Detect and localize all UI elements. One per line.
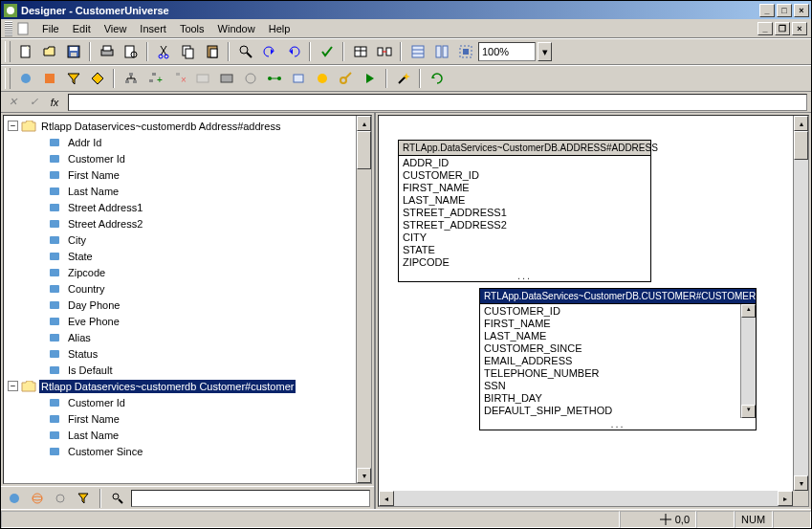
tree-item[interactable]: Street Address1	[6, 199, 369, 215]
mdi-minimize-button[interactable]: _	[757, 22, 773, 35]
paste-button[interactable]	[201, 41, 223, 62]
refresh-button[interactable]	[426, 68, 448, 89]
tab-filter-icon[interactable]	[74, 489, 93, 508]
redo-button[interactable]	[282, 41, 304, 62]
canvas-vscrollbar[interactable]: ▴ ▾	[793, 116, 808, 491]
maximize-button[interactable]: □	[777, 4, 792, 17]
erd-table-customer[interactable]: RTLApp.DataServices~CustomerDB.CUSTOMER#…	[479, 288, 757, 430]
canvas-hscrollbar[interactable]: ◂ ▸	[379, 491, 793, 506]
context-button[interactable]	[311, 68, 333, 89]
formula-confirm-icon[interactable]: ✓	[26, 96, 41, 108]
tree-group-address[interactable]: −Rtlapp Dataservices~customerdb Address#…	[6, 118, 369, 134]
hierarchy-add-button[interactable]: +	[143, 68, 165, 89]
scroll-left-icon[interactable]: ◂	[379, 491, 394, 506]
copy-button[interactable]	[177, 41, 199, 62]
tree-item[interactable]: Addr Id	[6, 134, 369, 150]
tree-item[interactable]: Alias	[6, 329, 369, 345]
tree-item[interactable]: Customer Since	[6, 443, 369, 459]
print-preview-button[interactable]	[120, 41, 142, 62]
save-button[interactable]	[62, 41, 84, 62]
menu-help[interactable]: Help	[262, 21, 297, 36]
filter-button[interactable]	[62, 68, 84, 89]
tree-item[interactable]: Day Phone	[6, 297, 369, 313]
tree-group-customer[interactable]: −Rtlapp Dataservices~customerdb Customer…	[6, 378, 369, 394]
link-button[interactable]	[373, 41, 395, 62]
tree-item[interactable]: Zipcode	[6, 264, 369, 280]
find-button[interactable]	[234, 41, 256, 62]
menu-file[interactable]: File	[35, 21, 66, 36]
universe-tab-icon[interactable]	[28, 489, 47, 508]
hide-button[interactable]	[215, 68, 237, 89]
scroll-up-icon[interactable]: ▴	[357, 116, 371, 131]
undo-button[interactable]	[258, 41, 280, 62]
erd-field[interactable]: SSN	[484, 380, 736, 392]
erd-canvas[interactable]: RTLApp.DataServices~CustomerDB.ADDRESS#A…	[379, 116, 793, 491]
mdi-close-button[interactable]: ×	[792, 22, 807, 35]
formula-input[interactable]	[68, 94, 807, 111]
erd-field[interactable]: FIRST_NAME	[484, 318, 736, 330]
erd-field[interactable]: BIRTH_DAY	[484, 392, 736, 405]
close-button[interactable]: ×	[794, 4, 809, 17]
arrange-button[interactable]	[430, 41, 452, 62]
derived-button[interactable]	[287, 68, 309, 89]
cut-button[interactable]	[153, 41, 175, 62]
check-button[interactable]	[316, 41, 338, 62]
mdi-restore-button[interactable]: ❐	[775, 22, 790, 35]
tree-item[interactable]: First Name	[6, 410, 369, 427]
relation-button[interactable]	[263, 68, 285, 89]
erd-address-title[interactable]: RTLApp.DataServices~CustomerDB.ADDRESS#A…	[399, 141, 650, 156]
scroll-thumb[interactable]	[357, 131, 371, 169]
condition-button[interactable]	[86, 68, 108, 89]
menu-window[interactable]: Window	[211, 21, 262, 36]
expander-icon[interactable]: −	[8, 381, 18, 391]
erd-customer-title[interactable]: RTLApp.DataServices~CustomerDB.CUSTOMER#…	[480, 289, 756, 304]
find-tree-button[interactable]	[108, 489, 127, 508]
menu-view[interactable]: View	[98, 21, 134, 36]
tree-item[interactable]: State	[6, 248, 369, 264]
toolbar-handle-1[interactable]	[5, 41, 11, 62]
scroll-down-icon[interactable]: ▾	[794, 475, 808, 491]
open-button[interactable]	[38, 41, 60, 62]
table-insert-button[interactable]	[349, 41, 371, 62]
tree-item[interactable]: City	[6, 231, 369, 248]
erd-table-address[interactable]: RTLApp.DataServices~CustomerDB.ADDRESS#A…	[398, 140, 651, 282]
erd-field[interactable]: CUSTOMER_ID	[403, 169, 647, 182]
erd-field[interactable]: STREET_ADDRESS1	[403, 207, 647, 219]
scroll-thumb[interactable]	[794, 131, 808, 160]
formula-fx-icon[interactable]: fx	[47, 97, 62, 108]
hierarchy-button[interactable]	[120, 68, 142, 89]
erd-field[interactable]: CUSTOMER_ID	[484, 305, 736, 318]
class-tab-icon[interactable]	[5, 489, 24, 508]
tree-item[interactable]: Customer Id	[6, 150, 369, 166]
tree-vscrollbar[interactable]: ▴ ▾	[356, 116, 371, 483]
menu-edit[interactable]: Edit	[66, 21, 98, 36]
formula-cancel-icon[interactable]: ✕	[5, 96, 20, 108]
detect-button[interactable]	[239, 68, 261, 89]
minimize-button[interactable]: _	[759, 4, 775, 17]
menu-handle[interactable]	[5, 21, 12, 36]
erd-field[interactable]: EMAIL_ADDRESS	[484, 355, 736, 367]
hierarchy-remove-button[interactable]: ×	[167, 68, 189, 89]
erd-field[interactable]: CITY	[403, 231, 647, 244]
fit-button[interactable]	[454, 41, 476, 62]
zoom-input[interactable]: 100%	[478, 42, 536, 61]
run-button[interactable]	[359, 68, 381, 89]
tree-item[interactable]: Is Default	[6, 362, 369, 378]
tree-item[interactable]: Customer Id	[6, 394, 369, 410]
menu-tools[interactable]: Tools	[173, 21, 211, 36]
class-button[interactable]	[14, 68, 36, 89]
erd-field[interactable]: TELEPHONE_NUMBER	[484, 367, 736, 380]
expander-icon[interactable]: −	[8, 121, 18, 131]
tree-item[interactable]: Country	[6, 280, 369, 297]
new-button[interactable]	[14, 41, 36, 62]
print-button[interactable]	[96, 41, 118, 62]
menu-insert[interactable]: Insert	[133, 21, 173, 36]
erd-field[interactable]: DEFAULT_SHIP_METHOD	[484, 405, 736, 417]
tab-circle-icon[interactable]	[51, 489, 70, 508]
show-button[interactable]	[191, 68, 213, 89]
magic-button[interactable]	[392, 68, 414, 89]
erd-customer-vscroll[interactable]: ▴ ▾	[740, 304, 756, 418]
tree-item[interactable]: Last Name	[6, 427, 369, 443]
toolbar-handle-2[interactable]	[5, 68, 11, 89]
scroll-up-icon[interactable]: ▴	[794, 116, 808, 131]
